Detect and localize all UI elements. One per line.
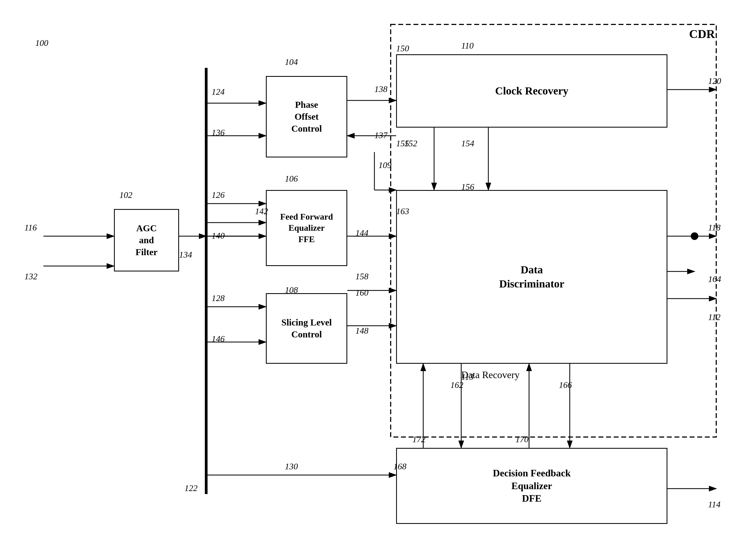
ref-122: 122 (185, 483, 197, 493)
ref-138: 138 (375, 84, 387, 94)
ref-142: 142 (255, 206, 268, 216)
ref-148: 148 (355, 326, 368, 336)
ref-136: 136 (212, 128, 225, 137)
ref-104: 104 (285, 57, 298, 67)
data-discriminator-block: Data Discriminator (396, 190, 668, 364)
ref-130: 130 (285, 462, 298, 471)
ref-172: 172 (412, 434, 425, 444)
ref-170: 170 (516, 434, 528, 444)
ref-134: 134 (179, 250, 192, 260)
slicing-block: Slicing Level Control (266, 293, 347, 364)
ref-108: 108 (285, 285, 298, 295)
ref-112: 112 (708, 312, 721, 322)
ref-116: 116 (24, 223, 37, 232)
ref-124: 124 (212, 87, 225, 97)
ref-106: 106 (285, 174, 298, 184)
ref-144: 144 (355, 228, 368, 238)
ref-110: 110 (461, 41, 474, 51)
ref-100: 100 (35, 38, 48, 48)
ffe-block: Feed Forward Equalizer FFE (266, 190, 347, 266)
cdr-label: CDR (689, 27, 715, 41)
ref-120: 120 (708, 76, 721, 86)
ref-140: 140 (212, 231, 225, 241)
ref-168: 168 (393, 462, 407, 471)
ref-102: 102 (119, 190, 132, 200)
ref-114: 114 (708, 499, 721, 509)
ref-162: 162 (450, 380, 463, 390)
ref-128: 128 (212, 293, 225, 303)
ref-137: 137 (375, 130, 387, 141)
ref-118: 118 (708, 223, 721, 232)
clock-recovery-block: Clock Recovery (396, 54, 668, 128)
dfe-block: Decision Feedback Equalizer DFE (396, 448, 668, 524)
ref-163: 163 (396, 206, 409, 216)
ref-150: 150 (396, 43, 409, 54)
ref-109: 109 (379, 160, 391, 170)
phase-offset-block: Phase Offset Control (266, 76, 347, 157)
diagram: AGC and Filter Phase Offset Control Feed… (0, 0, 745, 560)
ref-132: 132 (24, 272, 37, 281)
ref-164: 164 (708, 274, 721, 284)
ref-156: 156 (461, 182, 474, 192)
ref-154: 154 (461, 138, 474, 149)
ref-126: 126 (212, 190, 225, 200)
agc-filter-block: AGC and Filter (114, 209, 179, 272)
ref-160: 160 (355, 288, 368, 298)
ref-155: 155 (396, 138, 409, 149)
ref-158: 158 (355, 272, 368, 281)
ref-166: 166 (559, 380, 572, 390)
ref-146: 146 (212, 334, 225, 344)
